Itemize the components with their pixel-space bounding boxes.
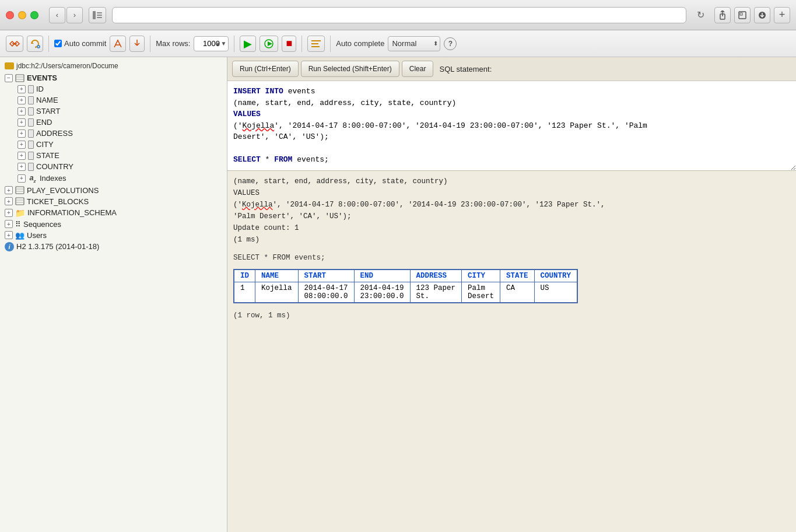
table-header-row: ID NAME START END ADDRESS CITY STATE COU… [234, 270, 577, 282]
name-expand-btn[interactable]: + [17, 96, 26, 104]
svg-rect-2 [97, 15, 102, 16]
th-state: STATE [500, 270, 535, 282]
info-schema-expand-btn[interactable]: + [5, 209, 13, 217]
sidebar-item-name[interactable]: + NAME [0, 94, 227, 106]
sep2 [150, 36, 150, 52]
sidebar-item-country[interactable]: + COUNTRY [0, 161, 227, 172]
ticket-blocks-expand-btn[interactable]: + [5, 197, 13, 205]
state-expand-btn[interactable]: + [17, 152, 26, 160]
events-collapse-btn[interactable]: − [5, 74, 13, 82]
run-script-button[interactable] [260, 36, 278, 52]
td-id: 1 [234, 282, 255, 302]
reload-button[interactable]: ↻ [692, 7, 709, 23]
back-button[interactable]: ‹ [49, 7, 65, 23]
users-label: Users [27, 231, 47, 240]
sidebar-item-id[interactable]: + ID [0, 83, 227, 94]
th-address: ADDRESS [410, 270, 462, 282]
city-expand-btn[interactable]: + [17, 141, 26, 149]
run-button[interactable]: ▶ [240, 36, 256, 52]
sql-format-button[interactable] [307, 36, 325, 52]
sidebar-item-end[interactable]: + END [0, 117, 227, 128]
sidebar-item-state[interactable]: + STATE [0, 150, 227, 161]
users-expand-btn[interactable]: + [5, 231, 13, 239]
td-name: Kojella [255, 282, 299, 302]
refresh-button[interactable] [27, 36, 43, 52]
connect-button[interactable] [6, 36, 23, 52]
id-expand-btn[interactable]: + [17, 85, 26, 93]
version-label: H2 1.3.175 (2014-01-18) [16, 242, 99, 251]
forward-button[interactable]: › [66, 7, 83, 23]
td-state: CA [500, 282, 535, 302]
ticket-blocks-icon [15, 197, 24, 205]
auto-commit-checkbox[interactable] [54, 40, 62, 47]
sidebar-toggle-button[interactable] [89, 7, 106, 23]
run-selected-button[interactable]: Run Selected (Shift+Enter) [301, 61, 399, 77]
city-col-name: CITY [36, 140, 54, 149]
help-button[interactable]: ? [444, 37, 457, 50]
run-button[interactable]: Run (Ctrl+Enter) [232, 61, 299, 77]
sequences-expand-btn[interactable]: + [5, 220, 13, 228]
sidebar-item-address[interactable]: + ADDRESS [0, 128, 227, 139]
close-button[interactable] [6, 11, 14, 19]
traffic-lights [6, 11, 38, 19]
url-bar[interactable] [112, 7, 686, 23]
download-button[interactable] [754, 7, 770, 23]
sidebar-item-play-evolutions[interactable]: + PLAY_EVOLUTIONS [0, 185, 227, 196]
sep1 [48, 36, 49, 52]
new-tab-button[interactable]: + [774, 7, 790, 23]
sequences-label: Sequences [23, 220, 61, 229]
sidebar-item-users[interactable]: + 👥 Users [0, 230, 227, 241]
normal-select-wrap: Normal ⬍ [388, 36, 440, 51]
td-country: US [534, 282, 577, 302]
sql-editor[interactable]: INSERT INTO events (name, start, end, ad… [227, 81, 796, 171]
svg-rect-1 [97, 12, 102, 13]
result-echo: (name, start, end, address, city, state,… [233, 176, 790, 246]
sidebar-item-indexes[interactable]: + az Indexes [0, 172, 227, 185]
sidebar-item-information-schema[interactable]: + 📁 INFORMATION_SCHEMA [0, 207, 227, 219]
share-button[interactable] [714, 7, 731, 23]
address-expand-btn[interactable]: + [17, 130, 26, 138]
svg-rect-6 [740, 13, 742, 15]
start-expand-btn[interactable]: + [17, 107, 26, 116]
info-schema-name: INFORMATION_SCHEMA [27, 208, 117, 217]
sidebar-item-city[interactable]: + CITY [0, 139, 227, 150]
country-col-name: COUNTRY [36, 162, 73, 171]
auto-complete-select[interactable]: Normal [388, 36, 440, 51]
titlebar-actions: + [714, 7, 790, 23]
maximize-button[interactable] [30, 11, 38, 19]
indexes-expand-btn[interactable]: + [17, 174, 26, 183]
td-start: 2014-04-1708:00:00.0 [298, 282, 354, 302]
end-col-name: END [36, 118, 52, 127]
start-col-icon [28, 107, 34, 116]
country-expand-btn[interactable]: + [17, 163, 26, 171]
result-table-wrap: ID NAME START END ADDRESS CITY STATE COU… [233, 269, 578, 303]
play-evolutions-expand-btn[interactable]: + [5, 186, 13, 194]
th-id: ID [234, 270, 255, 282]
name-col-icon [28, 96, 34, 104]
sql-statement-label: SQL statement: [439, 65, 492, 74]
db-connection-row[interactable]: jdbc:h2:/Users/cameron/Docume [0, 60, 227, 72]
events-table-icon [15, 74, 24, 82]
sidebar-item-sequences[interactable]: + ⠿ Sequences [0, 219, 227, 230]
sidebar-item-start[interactable]: + START [0, 106, 227, 117]
sidebar-item-events[interactable]: − EVENTS [0, 72, 227, 83]
sidebar-item-ticket-blocks[interactable]: + TICKET_BLOCKS [0, 196, 227, 207]
svg-rect-28 [16, 198, 24, 205]
run-icon: ▶ [244, 37, 252, 50]
rollback-button[interactable] [129, 36, 145, 52]
clear-button[interactable]: Clear [402, 61, 434, 77]
fullscreen-button[interactable] [734, 7, 751, 23]
sidebar-version: i H2 1.3.175 (2014-01-18) [0, 241, 227, 253]
commit-button[interactable] [110, 36, 126, 52]
max-rows-input[interactable] [194, 36, 229, 51]
address-col-icon [28, 130, 34, 138]
svg-rect-21 [311, 46, 320, 47]
td-address: 123 PaperSt. [410, 282, 462, 302]
th-city: CITY [462, 270, 500, 282]
indexes-label: Indexes [40, 174, 66, 183]
auto-complete-label: Auto complete [336, 39, 384, 48]
stop-button[interactable]: ■ [282, 36, 296, 52]
minimize-button[interactable] [18, 11, 26, 19]
th-name: NAME [255, 270, 299, 282]
end-expand-btn[interactable]: + [17, 118, 26, 127]
